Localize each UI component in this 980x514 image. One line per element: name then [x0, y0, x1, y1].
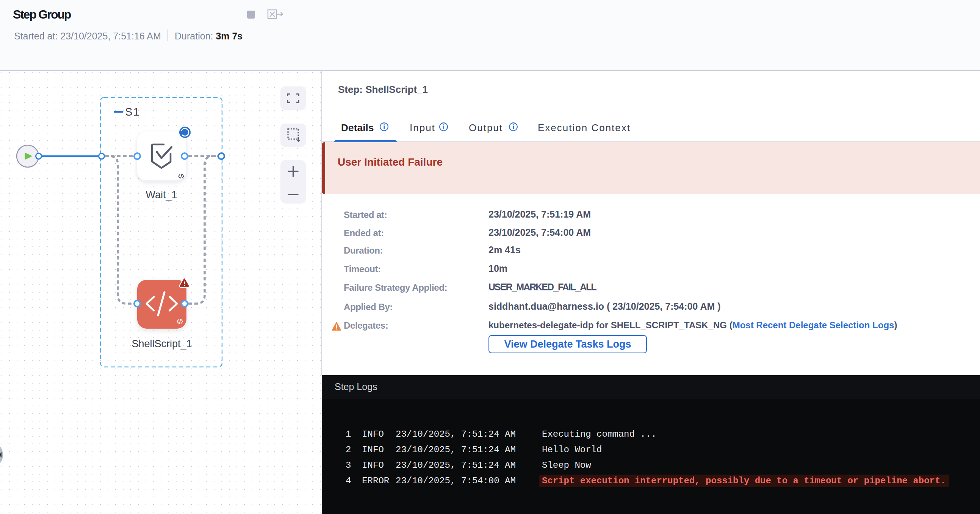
svg-text:S1: S1 [125, 106, 140, 118]
svg-text:Wait_1: Wait_1 [146, 189, 177, 201]
svg-text:ShellScript_1: ShellScript_1 [132, 338, 192, 350]
